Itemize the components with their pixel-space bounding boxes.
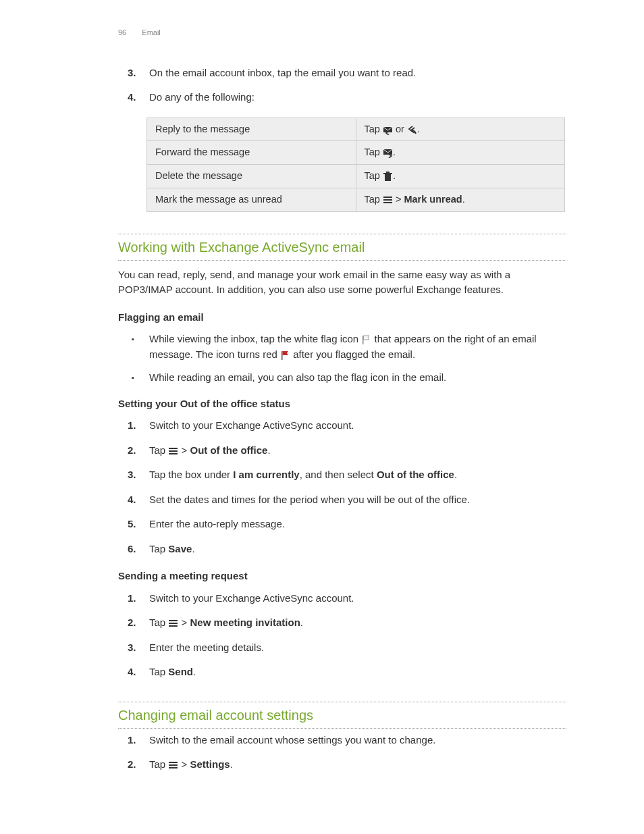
page-number: 96 xyxy=(118,28,126,36)
list-number: 3. xyxy=(128,467,136,483)
subheading-ooo: Setting your Out of the office status xyxy=(118,396,566,412)
ooo-steps: 1.Switch to your Exchange ActiveSync acc… xyxy=(118,418,566,556)
list-number: 4. xyxy=(128,90,136,105)
list-item: 3.Enter the meeting details. xyxy=(146,640,566,656)
page: 96 Email 3. On the email account inbox, … xyxy=(0,0,644,834)
action-instruction: Tap . xyxy=(356,141,565,165)
list-item: 2.Tap > Settings. xyxy=(146,757,566,773)
list-item: 4.Set the dates and times for the period… xyxy=(146,492,566,508)
actions-table: Reply to the messageTap or .Forward the … xyxy=(146,118,565,212)
section-intro: You can read, reply, send, and manage yo… xyxy=(118,267,566,298)
list-item: 5.Enter the auto-reply message. xyxy=(146,517,566,532)
subheading-meeting: Sending a meeting request xyxy=(118,569,566,584)
action-name: Mark the message as unread xyxy=(147,188,356,211)
list-text: Switch to your Exchange ActiveSync accou… xyxy=(149,419,354,431)
bold-text: Mark unread xyxy=(404,194,462,205)
action-name: Forward the message xyxy=(147,141,356,165)
bold-text: Save xyxy=(168,543,192,554)
list-number: 1. xyxy=(128,591,136,606)
menu-icon xyxy=(168,446,178,455)
list-item: 2.Tap > New meeting invitation. xyxy=(146,615,566,631)
bold-text: New meeting invitation xyxy=(190,617,300,628)
list-text: Tap > Out of the office. xyxy=(149,444,271,456)
list-number: 4. xyxy=(128,492,136,508)
menu-icon xyxy=(168,760,178,769)
list-number: 4. xyxy=(128,664,136,680)
menu-icon xyxy=(168,619,178,627)
list-item: 1.Switch to the email account whose sett… xyxy=(146,733,566,748)
bold-text: Settings xyxy=(190,758,230,770)
top-numbered-list: 3. On the email account inbox, tap the e… xyxy=(118,66,566,105)
bold-text: I am currently xyxy=(233,469,299,480)
chapter-title: Email xyxy=(142,28,161,36)
list-number: 1. xyxy=(128,733,136,748)
list-number: 2. xyxy=(128,443,136,459)
list-text: Tap Send. xyxy=(149,666,196,677)
list-number: 2. xyxy=(128,757,136,773)
bold-text: Out of the office xyxy=(190,444,267,456)
reply-icon xyxy=(383,125,393,134)
list-text: Enter the auto-reply message. xyxy=(149,518,285,529)
action-instruction: Tap . xyxy=(356,165,565,188)
action-instruction: Tap > Mark unread. xyxy=(356,188,565,211)
reply-all-icon xyxy=(407,125,417,134)
list-item: While viewing the inbox, tap the white f… xyxy=(146,332,566,362)
list-item: 3.Tap the box under I am currently, and … xyxy=(146,467,566,483)
list-text: Do any of the following: xyxy=(149,91,254,103)
forward-icon xyxy=(383,148,393,157)
settings-steps: 1.Switch to the email account whose sett… xyxy=(118,733,566,773)
bold-text: Send xyxy=(168,666,193,677)
list-number: 1. xyxy=(128,418,136,434)
table-row: Reply to the messageTap or . xyxy=(147,118,565,141)
menu-icon xyxy=(383,195,393,204)
flag-white-icon xyxy=(361,335,371,344)
flagging-list: While viewing the inbox, tap the white f… xyxy=(118,332,566,386)
trash-icon xyxy=(383,172,393,180)
list-item: 4.Tap Send. xyxy=(146,664,566,680)
table-row: Delete the messageTap . xyxy=(147,165,565,188)
list-text: Set the dates and times for the period w… xyxy=(149,494,470,505)
list-text: Enter the meeting details. xyxy=(149,642,264,653)
list-text: On the email account inbox, tap the emai… xyxy=(149,67,416,78)
list-text: Tap the box under I am currently, and th… xyxy=(149,469,457,480)
table-row: Mark the message as unreadTap > Mark unr… xyxy=(147,188,565,211)
list-text: Switch to the email account whose settin… xyxy=(149,734,435,746)
action-name: Delete the message xyxy=(147,165,356,188)
section-heading-settings: Changing email account settings xyxy=(118,702,566,729)
list-item: While reading an email, you can also tap… xyxy=(146,370,566,386)
list-text: Tap > New meeting invitation. xyxy=(149,617,303,628)
subheading-flagging: Flagging an email xyxy=(118,310,566,325)
list-item: 2.Tap > Out of the office. xyxy=(146,443,566,459)
page-header: 96 Email xyxy=(118,27,566,38)
list-text: Tap Save. xyxy=(149,543,195,554)
flag-red-icon xyxy=(280,350,290,359)
list-item: 6.Tap Save. xyxy=(146,542,566,557)
action-instruction: Tap or . xyxy=(356,118,565,141)
list-item: 1.Switch to your Exchange ActiveSync acc… xyxy=(146,418,566,434)
bold-text: Out of the office xyxy=(377,469,454,480)
list-number: 2. xyxy=(128,615,136,631)
meeting-steps: 1.Switch to your Exchange ActiveSync acc… xyxy=(118,591,566,680)
list-number: 6. xyxy=(128,542,136,557)
action-name: Reply to the message xyxy=(147,118,356,141)
table-row: Forward the messageTap . xyxy=(147,141,565,165)
list-text: Switch to your Exchange ActiveSync accou… xyxy=(149,592,354,604)
list-text: Tap > Settings. xyxy=(149,758,233,770)
list-number: 5. xyxy=(128,517,136,532)
section-heading-activesync: Working with Exchange ActiveSync email xyxy=(118,234,566,261)
list-item: 1.Switch to your Exchange ActiveSync acc… xyxy=(146,591,566,606)
list-number: 3. xyxy=(128,640,136,656)
list-number: 3. xyxy=(128,66,136,81)
